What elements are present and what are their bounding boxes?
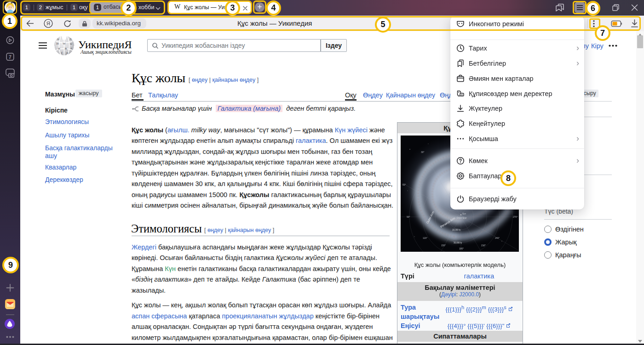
svg-text:ж: ж	[66, 51, 69, 54]
svg-text:30,000 ly: 30,000 ly	[454, 242, 462, 244]
svg-text:210°: 210°	[481, 244, 486, 247]
svg-text:א: א	[58, 47, 60, 51]
svg-text:180°: 180°	[459, 247, 464, 250]
svg-text:10,000 ly: 10,000 ly	[452, 229, 461, 231]
svg-text:Orion Spur: Orion Spur	[457, 217, 467, 219]
svg-text:150°: 150°	[441, 244, 446, 247]
svg-text:W: W	[63, 42, 66, 45]
svg-text:7: 7	[9, 54, 12, 60]
svg-text:И: И	[56, 42, 58, 45]
svg-text:Ω: Ω	[57, 38, 59, 40]
svg-text:120°: 120°	[423, 237, 427, 239]
svg-text:270°: 270°	[513, 215, 518, 218]
svg-text:Sun: Sun	[462, 213, 466, 215]
svg-text:60°: 60°	[402, 183, 406, 186]
svg-text:В: В	[65, 47, 67, 51]
svg-text:240°: 240°	[495, 237, 500, 239]
svg-text:ы: ы	[70, 42, 72, 45]
svg-text:Д: Д	[69, 38, 71, 40]
svg-text:30°: 30°	[421, 151, 425, 153]
svg-text:ế: ế	[61, 51, 63, 54]
svg-text:90°: 90°	[407, 215, 410, 218]
